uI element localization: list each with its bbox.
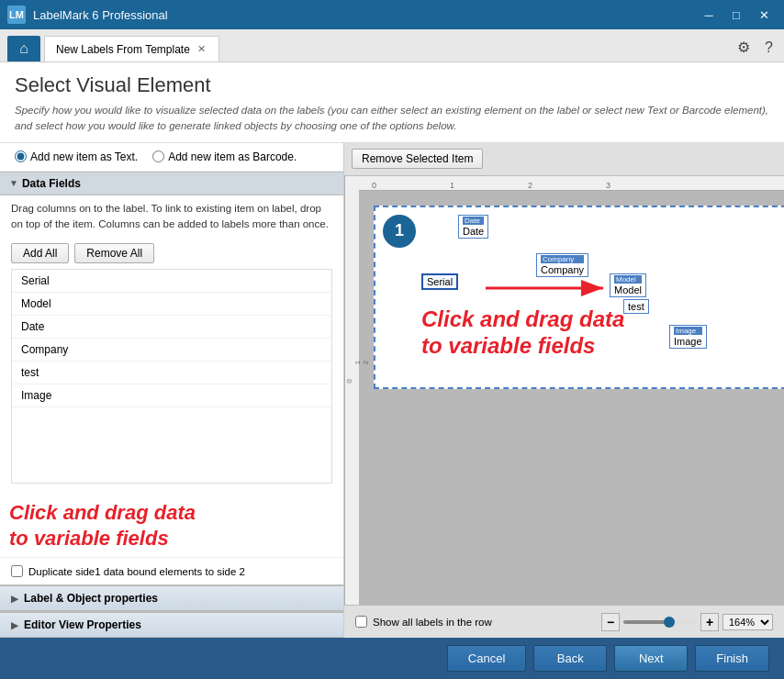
right-top-bar: Remove Selected Item: [344, 143, 784, 176]
canvas-content[interactable]: 1 Date Date Company Company: [359, 191, 784, 606]
tab-bar: ⌂ New Labels From Template ✕ ⚙ ?: [0, 29, 784, 62]
page-header: Select Visual Element Specify how you wo…: [0, 62, 784, 143]
home-icon: ⌂: [19, 40, 28, 57]
remove-all-button[interactable]: Remove All: [74, 243, 154, 263]
zoom-plus-button[interactable]: +: [700, 613, 719, 631]
radio-row: Add new item as Text. Add new item as Ba…: [0, 143, 343, 172]
editor-view-section: ▶ Editor View Properties: [0, 611, 343, 638]
instruction-canvas-line1: Click and drag data: [421, 306, 624, 333]
zoom-controls: − + 164%: [601, 613, 773, 631]
field-item-serial[interactable]: Serial: [12, 270, 331, 293]
field-item-date[interactable]: Date: [12, 316, 331, 339]
help-icon: ?: [765, 39, 773, 55]
canvas-with-ruler: 0 1 2 3 0 1 2 1: [344, 176, 784, 606]
label-element-test[interactable]: test: [623, 299, 649, 314]
remove-selected-button[interactable]: Remove Selected Item: [352, 149, 483, 169]
close-button[interactable]: ✕: [751, 5, 777, 25]
app-title: LabelMark 6 Professional: [33, 8, 168, 22]
canvas-instruction: Click and drag data to variable fields: [421, 306, 624, 360]
duplicate-checkbox[interactable]: [11, 565, 23, 577]
radio-barcode-label: Add new item as Barcode.: [168, 150, 297, 163]
radio-text-label: Add new item as Text.: [30, 150, 138, 163]
radio-text-input[interactable]: [15, 150, 27, 162]
tab-label: New Labels From Template: [56, 43, 190, 56]
field-item-image[interactable]: Image: [12, 384, 331, 407]
title-bar: LM LabelMark 6 Professional ─ □ ✕: [0, 0, 784, 29]
editor-view-title: Editor View Properties: [24, 618, 141, 631]
zoom-slider[interactable]: [623, 620, 697, 624]
horizontal-ruler: 0 1 2 3: [359, 176, 784, 191]
duplicate-checkbox-row: Duplicate side1 data bound elements to s…: [0, 557, 343, 584]
label-element-date[interactable]: Date Date: [458, 215, 488, 239]
tab-close-icon[interactable]: ✕: [196, 43, 207, 55]
back-button[interactable]: Back: [533, 645, 607, 672]
app-icon: LM: [7, 6, 26, 24]
zoom-dropdown[interactable]: 164%: [722, 614, 773, 630]
label-element-image[interactable]: Image Image: [669, 325, 707, 349]
show-all-checkbox[interactable]: [355, 616, 367, 628]
right-panel: Remove Selected Item 0 1 2 3 0 1 2: [344, 143, 784, 639]
label-element-company[interactable]: Company Company: [536, 253, 588, 277]
gear-icon: ⚙: [737, 39, 750, 55]
toolbar-right: ⚙ ?: [734, 37, 777, 61]
vertical-ruler: 0 1 2: [344, 176, 359, 606]
label-number-badge: 1: [383, 215, 416, 248]
add-all-button[interactable]: Add All: [11, 243, 69, 263]
zoom-thumb: [664, 617, 675, 628]
show-all-label: Show all labels in the row: [373, 617, 492, 628]
label-properties-chevron-icon: ▶: [11, 594, 18, 604]
radio-barcode-input[interactable]: [152, 150, 164, 162]
footer: Cancel Back Next Finish: [0, 638, 784, 679]
data-fields-title: Data Fields: [22, 177, 81, 190]
field-item-company[interactable]: Company: [12, 339, 331, 362]
drag-arrow: [375, 207, 784, 387]
home-button[interactable]: ⌂: [7, 36, 40, 61]
left-panel: Add new item as Text. Add new item as Ba…: [0, 143, 344, 639]
finish-button[interactable]: Finish: [695, 645, 769, 672]
instruction-text-line1: Click and drag data: [9, 500, 196, 527]
new-labels-tab[interactable]: New Labels From Template ✕: [44, 36, 219, 61]
instruction-canvas-line2: to variable fields: [421, 333, 624, 360]
instruction-overlay: Click and drag data to variable fields: [9, 500, 196, 552]
content-area: Add new item as Text. Add new item as Ba…: [0, 143, 784, 639]
main-content: Select Visual Element Specify how you wo…: [0, 62, 784, 638]
page-description: Specify how you would like to visualize …: [15, 103, 769, 135]
label-properties-header[interactable]: ▶ Label & Object properties: [0, 586, 343, 611]
data-fields-description: Drag columns on to the label. To link to…: [0, 195, 343, 239]
cancel-button[interactable]: Cancel: [447, 645, 526, 672]
minimize-button[interactable]: ─: [696, 5, 722, 25]
next-button[interactable]: Next: [614, 645, 688, 672]
editor-view-header[interactable]: ▶ Editor View Properties: [0, 613, 343, 638]
editor-view-chevron-icon: ▶: [11, 620, 18, 630]
window-controls: ─ □ ✕: [696, 5, 777, 25]
label-properties-section: ▶ Label & Object properties: [0, 584, 343, 611]
section-chevron-icon: ▼: [9, 178, 18, 188]
instruction-text-line2: to variable fields: [9, 526, 196, 552]
label-element-model[interactable]: Model Model: [610, 273, 646, 297]
show-all-row: Show all labels in the row: [355, 616, 492, 628]
bottom-bar: Show all labels in the row − + 164%: [344, 605, 784, 638]
radio-barcode-option[interactable]: Add new item as Barcode.: [152, 150, 297, 163]
help-button[interactable]: ?: [761, 38, 777, 58]
fields-list: Serial Model Date Company test Image: [11, 269, 332, 484]
maximize-button[interactable]: □: [723, 5, 749, 25]
fields-btn-row: Add All Remove All: [0, 238, 343, 269]
label-properties-title: Label & Object properties: [24, 592, 158, 605]
title-bar-left: LM LabelMark 6 Professional: [7, 6, 168, 24]
field-item-test[interactable]: test: [12, 362, 331, 384]
data-fields-section-header[interactable]: ▼ Data Fields: [0, 172, 343, 195]
duplicate-label: Duplicate side1 data bound elements to s…: [28, 566, 245, 577]
label-canvas: 1 Date Date Company Company: [374, 206, 784, 389]
label-element-serial[interactable]: Serial: [421, 273, 458, 290]
field-item-model[interactable]: Model: [12, 293, 331, 316]
page-title: Select Visual Element: [15, 73, 769, 97]
settings-button[interactable]: ⚙: [734, 37, 754, 58]
zoom-minus-button[interactable]: −: [601, 613, 620, 631]
radio-text-option[interactable]: Add new item as Text.: [15, 150, 138, 163]
